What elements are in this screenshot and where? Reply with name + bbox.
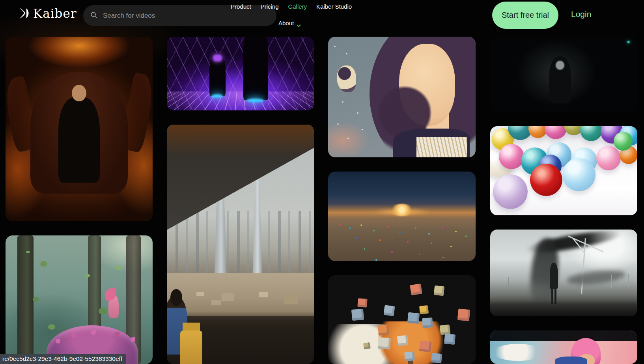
kaiber-gallery-page: { "header": { "logo": { "text": "Kaiber"… <box>0 0 644 364</box>
kaiber-logo[interactable]: Kaiber <box>19 7 77 20</box>
gallery-tile-sunset-beach[interactable] <box>328 172 476 261</box>
search-icon <box>90 11 102 20</box>
site-header: Kaiber ProductPricingGalleryKaiber Studi… <box>0 0 644 35</box>
nav-link-gallery[interactable]: Gallery <box>288 3 307 10</box>
nav-link-kaiber-studio[interactable]: Kaiber Studio <box>316 3 352 10</box>
nav-about[interactable]: About <box>278 20 301 26</box>
nav-link-product[interactable]: Product <box>231 3 251 10</box>
nav-link-pricing[interactable]: Pricing <box>261 3 279 10</box>
search-input[interactable] <box>102 11 269 20</box>
gallery-tile-floating-cubes[interactable] <box>328 275 476 364</box>
gallery-tile-demon-throne[interactable] <box>6 37 153 221</box>
logo-wordmark: Kaiber <box>33 7 77 20</box>
gallery-tile-storm-walker[interactable] <box>490 230 637 316</box>
primary-nav: ProductPricingGalleryKaiber Studio <box>231 3 352 10</box>
gallery-tile-city-overlook[interactable] <box>167 125 314 364</box>
start-free-trial-button[interactable]: Start free trial <box>492 2 558 29</box>
gallery-tile-anime-girl[interactable] <box>328 37 476 157</box>
gallery-tile-neon-dancers[interactable] <box>167 37 314 110</box>
gallery-grid <box>0 0 644 364</box>
gallery-tile-hooded-reaper[interactable] <box>490 37 637 112</box>
gallery-tile-forest-dragon[interactable] <box>6 235 153 364</box>
about-label: About <box>278 20 294 26</box>
gallery-tile-glass-marbles[interactable] <box>490 126 637 215</box>
login-link[interactable]: Login <box>571 9 591 19</box>
gallery-tile-pink-hair-portrait[interactable] <box>490 330 637 364</box>
chevron-down-icon <box>297 22 301 24</box>
link-preview-status: re/0ec5d2c3-29e3-462b-9e02-552383330eff <box>0 354 126 364</box>
kaiber-logo-mark-icon <box>19 7 31 20</box>
